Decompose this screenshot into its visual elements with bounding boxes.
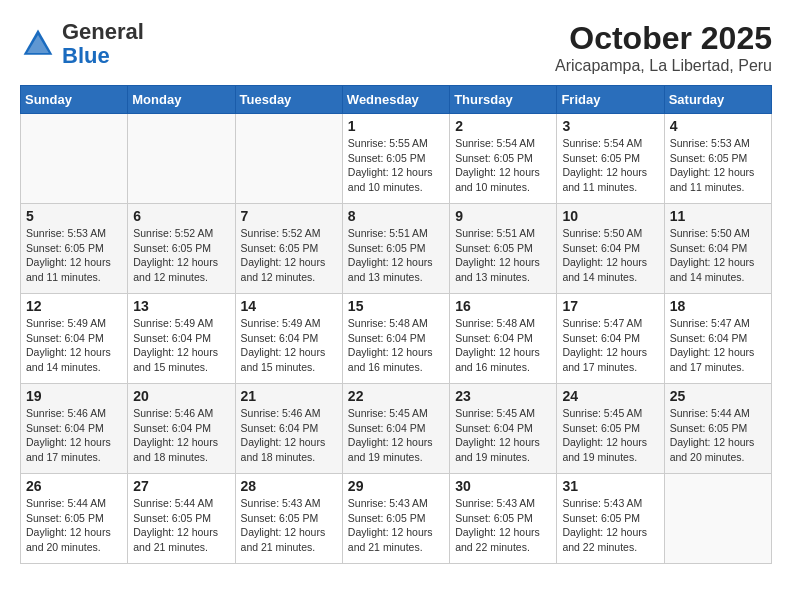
day-number: 26 [26, 478, 122, 494]
day-info: Sunrise: 5:46 AM Sunset: 6:04 PM Dayligh… [133, 406, 229, 465]
weekday-header: Sunday [21, 86, 128, 114]
day-info: Sunrise: 5:49 AM Sunset: 6:04 PM Dayligh… [133, 316, 229, 375]
day-number: 23 [455, 388, 551, 404]
day-number: 27 [133, 478, 229, 494]
day-info: Sunrise: 5:55 AM Sunset: 6:05 PM Dayligh… [348, 136, 444, 195]
day-number: 6 [133, 208, 229, 224]
weekday-header: Monday [128, 86, 235, 114]
calendar-cell: 12Sunrise: 5:49 AM Sunset: 6:04 PM Dayli… [21, 294, 128, 384]
day-info: Sunrise: 5:45 AM Sunset: 6:04 PM Dayligh… [455, 406, 551, 465]
weekday-header: Saturday [664, 86, 771, 114]
calendar-cell: 31Sunrise: 5:43 AM Sunset: 6:05 PM Dayli… [557, 474, 664, 564]
day-info: Sunrise: 5:43 AM Sunset: 6:05 PM Dayligh… [562, 496, 658, 555]
day-number: 3 [562, 118, 658, 134]
day-number: 24 [562, 388, 658, 404]
calendar-cell: 21Sunrise: 5:46 AM Sunset: 6:04 PM Dayli… [235, 384, 342, 474]
calendar-cell: 6Sunrise: 5:52 AM Sunset: 6:05 PM Daylig… [128, 204, 235, 294]
day-info: Sunrise: 5:43 AM Sunset: 6:05 PM Dayligh… [348, 496, 444, 555]
day-info: Sunrise: 5:45 AM Sunset: 6:04 PM Dayligh… [348, 406, 444, 465]
day-info: Sunrise: 5:51 AM Sunset: 6:05 PM Dayligh… [348, 226, 444, 285]
calendar-cell: 30Sunrise: 5:43 AM Sunset: 6:05 PM Dayli… [450, 474, 557, 564]
day-number: 4 [670, 118, 766, 134]
title-block: October 2025 Aricapampa, La Libertad, Pe… [555, 20, 772, 75]
calendar-cell: 14Sunrise: 5:49 AM Sunset: 6:04 PM Dayli… [235, 294, 342, 384]
calendar-week-row: 12Sunrise: 5:49 AM Sunset: 6:04 PM Dayli… [21, 294, 772, 384]
day-info: Sunrise: 5:46 AM Sunset: 6:04 PM Dayligh… [26, 406, 122, 465]
logo: General Blue [20, 20, 144, 68]
calendar-cell: 25Sunrise: 5:44 AM Sunset: 6:05 PM Dayli… [664, 384, 771, 474]
day-info: Sunrise: 5:48 AM Sunset: 6:04 PM Dayligh… [348, 316, 444, 375]
calendar-cell [21, 114, 128, 204]
weekday-header: Thursday [450, 86, 557, 114]
day-number: 1 [348, 118, 444, 134]
day-info: Sunrise: 5:52 AM Sunset: 6:05 PM Dayligh… [133, 226, 229, 285]
day-number: 8 [348, 208, 444, 224]
location-title: Aricapampa, La Libertad, Peru [555, 57, 772, 75]
day-number: 30 [455, 478, 551, 494]
day-info: Sunrise: 5:53 AM Sunset: 6:05 PM Dayligh… [26, 226, 122, 285]
day-number: 17 [562, 298, 658, 314]
calendar-cell: 8Sunrise: 5:51 AM Sunset: 6:05 PM Daylig… [342, 204, 449, 294]
weekday-header: Tuesday [235, 86, 342, 114]
calendar-cell [235, 114, 342, 204]
day-info: Sunrise: 5:54 AM Sunset: 6:05 PM Dayligh… [455, 136, 551, 195]
day-info: Sunrise: 5:44 AM Sunset: 6:05 PM Dayligh… [26, 496, 122, 555]
day-info: Sunrise: 5:52 AM Sunset: 6:05 PM Dayligh… [241, 226, 337, 285]
calendar-cell: 24Sunrise: 5:45 AM Sunset: 6:05 PM Dayli… [557, 384, 664, 474]
day-info: Sunrise: 5:47 AM Sunset: 6:04 PM Dayligh… [562, 316, 658, 375]
day-number: 28 [241, 478, 337, 494]
calendar-cell: 10Sunrise: 5:50 AM Sunset: 6:04 PM Dayli… [557, 204, 664, 294]
calendar-cell: 18Sunrise: 5:47 AM Sunset: 6:04 PM Dayli… [664, 294, 771, 384]
day-info: Sunrise: 5:48 AM Sunset: 6:04 PM Dayligh… [455, 316, 551, 375]
calendar-cell: 22Sunrise: 5:45 AM Sunset: 6:04 PM Dayli… [342, 384, 449, 474]
day-info: Sunrise: 5:51 AM Sunset: 6:05 PM Dayligh… [455, 226, 551, 285]
day-info: Sunrise: 5:46 AM Sunset: 6:04 PM Dayligh… [241, 406, 337, 465]
day-number: 10 [562, 208, 658, 224]
day-number: 31 [562, 478, 658, 494]
calendar-cell: 17Sunrise: 5:47 AM Sunset: 6:04 PM Dayli… [557, 294, 664, 384]
day-info: Sunrise: 5:53 AM Sunset: 6:05 PM Dayligh… [670, 136, 766, 195]
day-info: Sunrise: 5:44 AM Sunset: 6:05 PM Dayligh… [133, 496, 229, 555]
day-info: Sunrise: 5:43 AM Sunset: 6:05 PM Dayligh… [455, 496, 551, 555]
day-number: 13 [133, 298, 229, 314]
day-number: 2 [455, 118, 551, 134]
calendar-cell: 11Sunrise: 5:50 AM Sunset: 6:04 PM Dayli… [664, 204, 771, 294]
day-info: Sunrise: 5:47 AM Sunset: 6:04 PM Dayligh… [670, 316, 766, 375]
day-number: 22 [348, 388, 444, 404]
calendar-cell: 5Sunrise: 5:53 AM Sunset: 6:05 PM Daylig… [21, 204, 128, 294]
calendar-cell: 7Sunrise: 5:52 AM Sunset: 6:05 PM Daylig… [235, 204, 342, 294]
calendar-table: SundayMondayTuesdayWednesdayThursdayFrid… [20, 85, 772, 564]
calendar-cell: 29Sunrise: 5:43 AM Sunset: 6:05 PM Dayli… [342, 474, 449, 564]
logo-icon [20, 26, 56, 62]
calendar-cell: 23Sunrise: 5:45 AM Sunset: 6:04 PM Dayli… [450, 384, 557, 474]
day-info: Sunrise: 5:54 AM Sunset: 6:05 PM Dayligh… [562, 136, 658, 195]
calendar-cell: 16Sunrise: 5:48 AM Sunset: 6:04 PM Dayli… [450, 294, 557, 384]
calendar-cell: 20Sunrise: 5:46 AM Sunset: 6:04 PM Dayli… [128, 384, 235, 474]
calendar-week-row: 26Sunrise: 5:44 AM Sunset: 6:05 PM Dayli… [21, 474, 772, 564]
calendar-cell: 26Sunrise: 5:44 AM Sunset: 6:05 PM Dayli… [21, 474, 128, 564]
day-number: 7 [241, 208, 337, 224]
day-number: 18 [670, 298, 766, 314]
calendar-week-row: 5Sunrise: 5:53 AM Sunset: 6:05 PM Daylig… [21, 204, 772, 294]
calendar-week-row: 19Sunrise: 5:46 AM Sunset: 6:04 PM Dayli… [21, 384, 772, 474]
calendar-cell [664, 474, 771, 564]
day-number: 25 [670, 388, 766, 404]
calendar-cell: 3Sunrise: 5:54 AM Sunset: 6:05 PM Daylig… [557, 114, 664, 204]
calendar-week-row: 1Sunrise: 5:55 AM Sunset: 6:05 PM Daylig… [21, 114, 772, 204]
day-number: 5 [26, 208, 122, 224]
calendar-cell: 2Sunrise: 5:54 AM Sunset: 6:05 PM Daylig… [450, 114, 557, 204]
day-info: Sunrise: 5:49 AM Sunset: 6:04 PM Dayligh… [241, 316, 337, 375]
calendar-cell: 4Sunrise: 5:53 AM Sunset: 6:05 PM Daylig… [664, 114, 771, 204]
logo-text: General Blue [62, 20, 144, 68]
calendar-cell: 15Sunrise: 5:48 AM Sunset: 6:04 PM Dayli… [342, 294, 449, 384]
calendar-cell: 28Sunrise: 5:43 AM Sunset: 6:05 PM Dayli… [235, 474, 342, 564]
day-info: Sunrise: 5:50 AM Sunset: 6:04 PM Dayligh… [562, 226, 658, 285]
day-number: 19 [26, 388, 122, 404]
weekday-header: Friday [557, 86, 664, 114]
day-number: 9 [455, 208, 551, 224]
day-info: Sunrise: 5:43 AM Sunset: 6:05 PM Dayligh… [241, 496, 337, 555]
day-number: 29 [348, 478, 444, 494]
calendar-cell: 19Sunrise: 5:46 AM Sunset: 6:04 PM Dayli… [21, 384, 128, 474]
day-number: 14 [241, 298, 337, 314]
day-number: 20 [133, 388, 229, 404]
